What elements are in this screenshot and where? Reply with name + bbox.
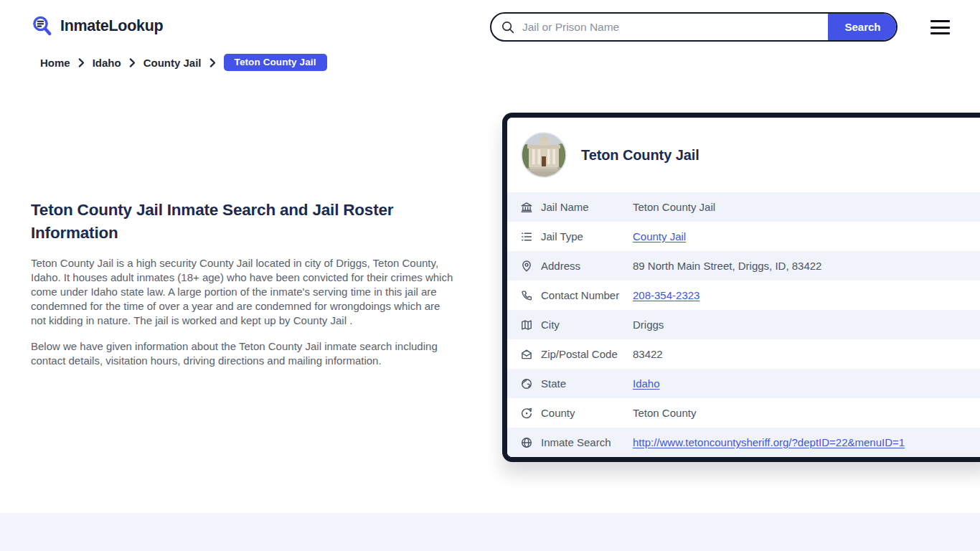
phone-icon <box>520 289 533 302</box>
search-input[interactable] <box>521 14 828 40</box>
row-value-link[interactable]: County Jail <box>633 230 686 242</box>
envelope-open-icon <box>520 348 533 361</box>
secondary-paragraph: Below we have given information about th… <box>31 339 456 368</box>
row-value: Driggs <box>633 319 664 331</box>
jail-info-row: Jail NameTeton County Jail <box>507 192 980 222</box>
row-label: Contact Number <box>541 289 633 301</box>
row-label: Inmate Search <box>541 436 633 448</box>
jail-info-row: Zip/Postal Code83422 <box>507 339 980 369</box>
footer-strip <box>0 513 980 551</box>
bank-icon <box>520 201 533 214</box>
map-icon <box>520 319 533 331</box>
search-button[interactable]: Search <box>828 12 897 42</box>
logo[interactable]: InmateLookup <box>31 14 163 37</box>
county-map-icon <box>520 407 533 420</box>
row-label: Address <box>541 260 633 272</box>
row-label: City <box>541 319 633 331</box>
row-value: 83422 <box>633 348 663 360</box>
chevron-right-icon <box>209 58 216 67</box>
jail-info-row: StateIdaho <box>507 369 980 398</box>
breadcrumb-link-home[interactable]: Home <box>40 57 70 69</box>
row-value-link[interactable]: Idaho <box>633 377 660 390</box>
row-value: 89 North Main Street, Driggs, ID, 83422 <box>633 260 821 272</box>
globe-search-icon <box>520 436 533 449</box>
row-value-link[interactable]: http://www.tetoncountysheriff.org/?deptI… <box>633 436 905 448</box>
jail-info-row: CityDriggs <box>507 310 980 339</box>
row-label: Zip/Postal Code <box>541 348 633 360</box>
breadcrumb-current-badge: Teton County Jail <box>224 54 327 71</box>
row-label: State <box>541 377 633 390</box>
map-pin-icon <box>520 260 533 273</box>
chevron-right-icon <box>129 58 136 67</box>
menu-icon[interactable] <box>930 20 950 34</box>
chevron-right-icon <box>78 58 85 67</box>
jail-card-title: Teton County Jail <box>581 147 699 164</box>
jail-info-table: Jail NameTeton County Jail Jail TypeCoun… <box>507 192 980 457</box>
jail-info-row: Address89 North Main Street, Driggs, ID,… <box>507 251 980 281</box>
breadcrumb-link-idaho[interactable]: Idaho <box>93 57 121 69</box>
list-icon <box>520 230 533 243</box>
breadcrumb-link-county-jail[interactable]: County Jail <box>143 57 202 69</box>
breadcrumb: Home Idaho County Jail Teton County Jail <box>40 54 327 71</box>
article: Teton County Jail Inmate Search and Jail… <box>31 199 456 380</box>
jail-photo-avatar <box>521 132 567 178</box>
globe-icon <box>520 377 533 390</box>
jail-info-row: Jail TypeCounty Jail <box>507 222 980 251</box>
logo-magnifier-icon <box>31 14 54 37</box>
row-label: Jail Type <box>541 230 633 242</box>
row-label: County <box>541 407 633 419</box>
brand-name: InmateLookup <box>60 17 163 35</box>
page-title: Teton County Jail Inmate Search and Jail… <box>31 199 451 245</box>
search-bar: Search <box>490 12 897 42</box>
jail-info-row: Inmate Searchhttp://www.tetoncountysheri… <box>507 428 980 457</box>
search-icon <box>501 20 515 34</box>
intro-paragraph: Teton County Jail is a high security Cou… <box>31 256 456 328</box>
jail-info-card: Teton County Jail Jail NameTeton County … <box>502 113 980 462</box>
jail-info-row: CountyTeton County <box>507 398 980 428</box>
jail-card-header: Teton County Jail <box>507 118 980 192</box>
row-value-link[interactable]: 208-354-2323 <box>633 289 699 301</box>
row-value: Teton County Jail <box>633 201 715 213</box>
row-value: Teton County <box>633 407 696 419</box>
row-label: Jail Name <box>541 201 633 213</box>
jail-info-row: Contact Number208-354-2323 <box>507 281 980 310</box>
